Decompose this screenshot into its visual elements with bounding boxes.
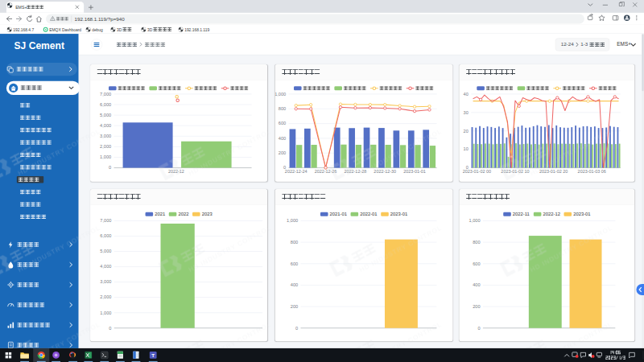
svg-text:1,000: 1,000	[275, 92, 286, 97]
svg-text:192.168.4.7: 192.168.4.7	[13, 28, 34, 32]
svg-text:4,000: 4,000	[100, 123, 111, 128]
svg-text:192.168.1.119/?p=940: 192.168.1.119/?p=940	[75, 16, 126, 22]
svg-text:2023: 2023	[202, 212, 213, 216]
svg-text:2022-12-24: 2022-12-24	[285, 169, 308, 174]
svg-text:20: 20	[464, 129, 469, 134]
svg-text:400: 400	[279, 136, 286, 141]
svg-text:3D: 3D	[147, 28, 153, 32]
svg-text:1-3: 1-3	[580, 42, 588, 47]
svg-text:1,000: 1,000	[469, 218, 481, 223]
svg-text:600: 600	[473, 261, 480, 266]
svg-text:2,000: 2,000	[100, 294, 111, 299]
svg-text:3,000: 3,000	[100, 279, 111, 284]
svg-text:12-24: 12-24	[561, 42, 575, 47]
svg-text:400: 400	[291, 282, 298, 287]
svg-text:10: 10	[464, 146, 469, 151]
svg-text:1,000: 1,000	[100, 311, 111, 315]
svg-text:0: 0	[109, 165, 111, 170]
svg-text:1,000: 1,000	[100, 154, 111, 159]
svg-text:2022: 2022	[178, 212, 188, 216]
svg-text:3D: 3D	[117, 28, 122, 32]
svg-text:2022-12-28: 2022-12-28	[344, 169, 366, 174]
svg-text:800: 800	[473, 240, 480, 245]
svg-text:6,000: 6,000	[100, 102, 111, 107]
svg-text:800: 800	[279, 106, 286, 111]
svg-text:0: 0	[478, 326, 481, 331]
svg-text:5,000: 5,000	[100, 249, 111, 253]
svg-text:5,000: 5,000	[100, 113, 111, 117]
svg-text:2022-12-30: 2022-12-30	[374, 169, 396, 174]
svg-text:30: 30	[464, 110, 469, 115]
svg-text:600: 600	[291, 261, 298, 266]
svg-text:192.168.1.119: 192.168.1.119	[184, 28, 209, 32]
svg-text:2,000: 2,000	[100, 144, 111, 149]
svg-text:2021: 2021	[155, 212, 165, 216]
svg-text:debug: debug	[92, 28, 103, 32]
svg-text:EMS+: EMS+	[617, 42, 631, 47]
svg-text:200: 200	[473, 304, 480, 309]
svg-text:2021-01: 2021-01	[329, 212, 346, 216]
svg-text:2023-01: 2023-01	[390, 212, 407, 216]
svg-text:0: 0	[109, 326, 111, 331]
svg-text:2022-12: 2022-12	[168, 169, 184, 174]
svg-text:2023-01-01: 2023-01-01	[403, 169, 426, 174]
svg-text:0: 0	[295, 326, 298, 331]
svg-text:2022-11: 2022-11	[513, 212, 530, 216]
svg-text:2023-01-02 00: 2023-01-02 00	[463, 169, 491, 174]
svg-text:T: T	[151, 352, 155, 358]
svg-text:2023-01-02 20: 2023-01-02 20	[539, 169, 568, 174]
svg-text:1,000: 1,000	[287, 218, 298, 223]
svg-text:7,000: 7,000	[100, 92, 111, 97]
svg-text:800: 800	[291, 240, 298, 245]
svg-text:2022-12: 2022-12	[543, 212, 560, 216]
svg-text:2022-01: 2022-01	[360, 212, 377, 216]
svg-text:3,000: 3,000	[100, 134, 111, 138]
svg-text:4,000: 4,000	[100, 264, 111, 269]
svg-text:6,000: 6,000	[100, 233, 111, 238]
svg-text:200: 200	[279, 150, 286, 155]
svg-text:2023-01: 2023-01	[573, 212, 590, 216]
svg-text:40: 40	[464, 92, 469, 97]
svg-text:600: 600	[279, 121, 286, 125]
svg-text:200: 200	[291, 304, 298, 309]
svg-text:2023-01-02 10: 2023-01-02 10	[501, 169, 529, 174]
svg-text:2023-01-03 06: 2023-01-03 06	[578, 169, 606, 174]
svg-text:7,000: 7,000	[100, 218, 111, 223]
svg-text:2022-12-26: 2022-12-26	[315, 169, 337, 174]
svg-text:EMQX Dashboard: EMQX Dashboard	[49, 28, 81, 32]
svg-text:400: 400	[473, 282, 480, 287]
